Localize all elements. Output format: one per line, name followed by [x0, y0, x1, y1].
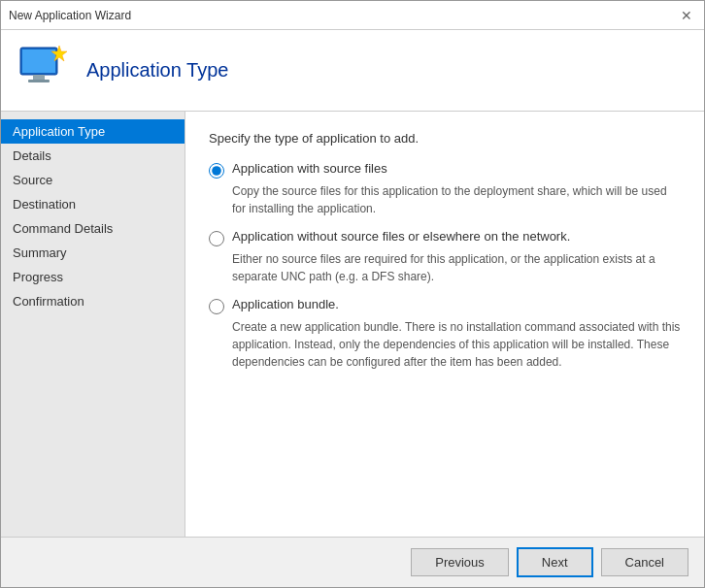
radio-desc-3: Create a new application bundle. There i…	[232, 318, 681, 371]
page-title: Application Type	[86, 59, 228, 82]
radio-input-1[interactable]	[209, 163, 224, 179]
radio-title-2[interactable]: Application without source files or else…	[232, 229, 570, 244]
previous-button[interactable]: Previous	[411, 548, 509, 576]
next-button[interactable]: Next	[517, 547, 593, 577]
body-section: Application TypeDetailsSourceDestination…	[1, 112, 704, 537]
close-button[interactable]: ✕	[677, 6, 696, 25]
cancel-button[interactable]: Cancel	[601, 548, 688, 576]
sidebar-item-details[interactable]: Details	[1, 144, 185, 168]
radio-option-3: Application bundle.Create a new applicat…	[209, 297, 681, 371]
sidebar-item-summary[interactable]: Summary	[1, 241, 185, 265]
radio-input-2[interactable]	[209, 231, 224, 246]
dialog-window: New Application Wizard ✕ Application Typ…	[0, 0, 705, 588]
title-bar: New Application Wizard ✕	[1, 1, 704, 30]
radio-label-row-2: Application without source files or else…	[209, 229, 681, 246]
sidebar: Application TypeDetailsSourceDestination…	[1, 112, 185, 537]
svg-rect-2	[33, 75, 45, 80]
sidebar-item-progress[interactable]: Progress	[1, 265, 185, 289]
main-description: Specify the type of application to add.	[209, 131, 681, 146]
sidebar-item-source[interactable]: Source	[1, 168, 185, 192]
sidebar-item-application-type[interactable]: Application Type	[1, 119, 185, 144]
sidebar-item-confirmation[interactable]: Confirmation	[1, 289, 185, 313]
wizard-header: Application Type	[1, 30, 704, 112]
radio-label-row-1: Application with source files	[209, 161, 681, 179]
sidebar-item-destination[interactable]: Destination	[1, 192, 185, 216]
footer: Previous Next Cancel	[1, 537, 704, 587]
svg-rect-1	[22, 49, 55, 73]
radio-option-2: Application without source files or else…	[209, 229, 681, 285]
radio-desc-2: Either no source files are required for …	[232, 250, 681, 285]
wizard-icon	[17, 42, 71, 99]
sidebar-item-command-details[interactable]: Command Details	[1, 216, 185, 241]
main-content: Specify the type of application to add. …	[185, 112, 704, 537]
radio-group: Application with source filesCopy the so…	[209, 161, 681, 371]
radio-label-row-3: Application bundle.	[209, 297, 681, 314]
radio-input-3[interactable]	[209, 299, 224, 314]
radio-option-1: Application with source filesCopy the so…	[209, 161, 681, 217]
radio-title-3[interactable]: Application bundle.	[232, 297, 339, 311]
radio-desc-1: Copy the source files for this applicati…	[232, 182, 681, 217]
radio-title-1[interactable]: Application with source files	[232, 161, 387, 176]
svg-rect-3	[28, 80, 50, 82]
dialog-title: New Application Wizard	[9, 9, 131, 22]
